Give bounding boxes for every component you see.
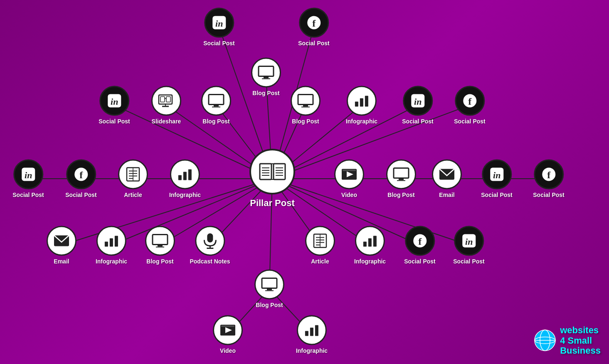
node-li-right: in Social Post xyxy=(481,160,512,198)
node-label: Social Post xyxy=(402,118,433,125)
facebook-circle: f xyxy=(455,86,485,116)
node-video-right: Video xyxy=(334,160,364,198)
svg-rect-80 xyxy=(183,172,187,180)
monitor-circle xyxy=(251,58,281,88)
svg-rect-53 xyxy=(162,106,169,107)
node-article-left: Article xyxy=(118,160,148,198)
svg-rect-58 xyxy=(212,107,220,108)
facebook-icon: f xyxy=(462,93,477,108)
facebook-icon: f xyxy=(306,15,321,30)
barchart-circle xyxy=(170,160,200,189)
node-li-top: in Social Post xyxy=(203,8,234,47)
node-article-bot: Article xyxy=(305,226,335,265)
node-podcast: Podcast Notes xyxy=(190,226,230,265)
node-infographic-bot-center: Infographic xyxy=(296,315,328,354)
node-fb-bot-right: f Social Post xyxy=(404,226,435,265)
linkedin-circle: in xyxy=(99,86,129,116)
center-label: Pillar Post xyxy=(250,198,295,209)
svg-rect-85 xyxy=(343,170,356,171)
node-label: Infographic xyxy=(296,347,328,354)
linkedin-icon: in xyxy=(461,234,476,248)
svg-text:in: in xyxy=(111,96,118,107)
svg-rect-81 xyxy=(188,170,192,180)
slideshare-icon xyxy=(158,93,175,108)
article-icon xyxy=(125,167,141,182)
linkedin-circle: in xyxy=(204,8,234,38)
node-li-mid-right: in Social Post xyxy=(402,86,433,125)
svg-rect-47 xyxy=(264,77,269,79)
linkedin-circle: in xyxy=(403,86,433,116)
barchart-icon xyxy=(104,234,119,248)
node-label: Infographic xyxy=(346,118,377,125)
brand-logo: websites 4 Small Business xyxy=(534,325,601,356)
node-label: Social Post xyxy=(99,118,130,125)
video-icon xyxy=(341,167,358,182)
article-circle xyxy=(305,226,335,256)
svg-rect-61 xyxy=(301,107,310,108)
facebook-circle: f xyxy=(405,226,435,256)
node-label: Email xyxy=(439,192,454,198)
node-label: Blog Post xyxy=(387,192,414,198)
monitor-circle xyxy=(386,160,416,189)
facebook-circle: f xyxy=(534,160,564,189)
svg-rect-122 xyxy=(221,326,234,327)
node-label: Article xyxy=(311,258,329,265)
svg-rect-96 xyxy=(110,239,113,247)
linkedin-circle: in xyxy=(13,160,43,189)
svg-rect-123 xyxy=(305,331,308,336)
node-li-bot-right: in Social Post xyxy=(453,226,484,265)
facebook-circle: f xyxy=(66,160,96,189)
svg-rect-86 xyxy=(394,168,409,178)
node-label: Slideshare xyxy=(152,118,181,125)
svg-rect-98 xyxy=(153,235,168,245)
svg-text:f: f xyxy=(312,18,316,29)
video-circle xyxy=(213,315,243,345)
node-label: Blog Post xyxy=(146,258,173,265)
linkedin-icon: in xyxy=(489,167,504,182)
brand-line2: 4 Small xyxy=(560,335,592,346)
barchart-icon xyxy=(362,234,378,248)
svg-text:f: f xyxy=(468,96,472,107)
svg-rect-101 xyxy=(207,234,213,243)
svg-rect-112 xyxy=(373,236,377,247)
svg-rect-48 xyxy=(262,79,270,79)
node-label: Infographic xyxy=(354,258,386,265)
svg-rect-59 xyxy=(298,95,313,105)
node-label: Social Post xyxy=(453,258,484,265)
node-video-bot: Video xyxy=(213,315,243,354)
facebook-circle: f xyxy=(299,8,329,38)
node-label: Social Post xyxy=(533,192,564,198)
monitor-circle xyxy=(291,86,321,116)
svg-rect-124 xyxy=(310,328,313,336)
node-label: Blog Post xyxy=(202,118,229,125)
brand-line3: Business xyxy=(560,345,601,356)
svg-rect-54 xyxy=(160,97,165,102)
facebook-icon: f xyxy=(74,167,89,182)
facebook-icon: f xyxy=(541,167,556,182)
linkedin-circle: in xyxy=(454,226,484,256)
email-circle xyxy=(432,160,462,189)
node-label: Infographic xyxy=(96,258,127,265)
node-infographic-bot-right: Infographic xyxy=(354,226,386,265)
node-label: Social Post xyxy=(12,192,44,198)
node-label: Video xyxy=(220,347,236,354)
barchart-circle xyxy=(96,226,126,256)
node-blog-bot-center: Blog Post xyxy=(254,270,284,308)
email-circle xyxy=(47,226,76,256)
svg-text:in: in xyxy=(493,170,501,180)
node-label: Email xyxy=(54,258,69,265)
svg-rect-119 xyxy=(265,290,274,291)
node-email-bot: Email xyxy=(47,226,76,265)
node-blog-top: Blog Post xyxy=(251,58,281,96)
barchart-icon xyxy=(304,323,320,338)
node-label: Blog Post xyxy=(292,118,319,125)
node-label: Social Post xyxy=(404,258,435,265)
svg-rect-111 xyxy=(368,239,372,247)
barchart-icon xyxy=(354,93,370,108)
svg-rect-46 xyxy=(259,66,274,76)
svg-rect-87 xyxy=(399,179,404,180)
monitor-circle xyxy=(145,226,175,256)
node-label: Blog Post xyxy=(252,90,279,96)
node-infographic-left: Infographic xyxy=(169,160,201,198)
email-icon xyxy=(53,235,70,247)
